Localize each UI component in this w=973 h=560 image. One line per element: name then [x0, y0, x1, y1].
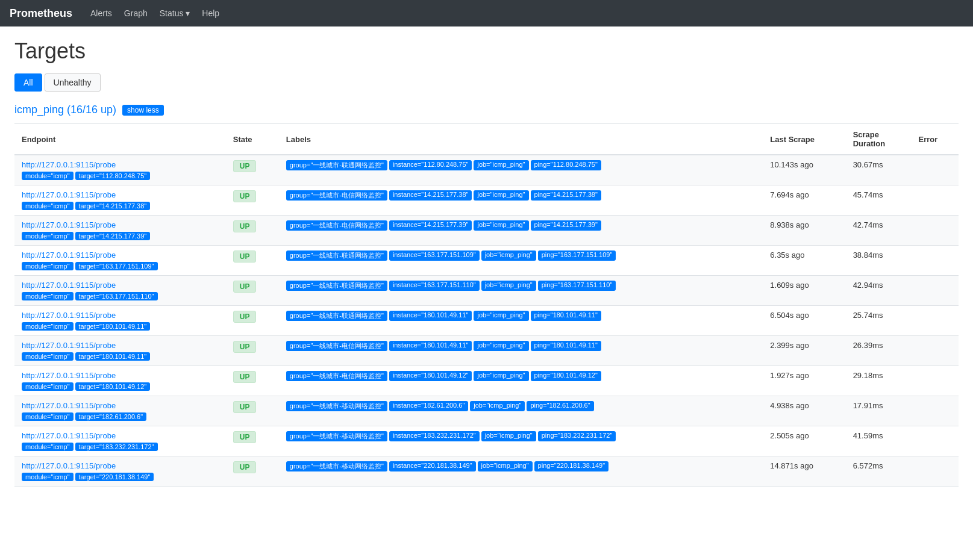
label-tag: group="一线城市-移动网络监控"	[286, 461, 387, 471]
state-cell: UP	[226, 276, 279, 306]
label-tag: ping="183.232.231.172"	[538, 431, 616, 441]
labels-tags: group="一线城市-联通网络监控"instance="180.101.49.…	[286, 311, 756, 321]
endpoint-tag: module="icmp"	[22, 382, 74, 391]
state-cell: UP	[226, 246, 279, 276]
nav-status-dropdown[interactable]: Status ▾	[154, 0, 196, 26]
endpoint-tag: module="icmp"	[22, 232, 74, 240]
endpoint-tag: target="220.181.38.149"	[75, 473, 154, 481]
label-tag: job="icmp_ping"	[474, 190, 528, 201]
col-state: State	[226, 124, 279, 155]
nav-help[interactable]: Help	[196, 0, 225, 26]
state-badge: UP	[233, 281, 257, 293]
labels-tags: group="一线城市-移动网络监控"instance="220.181.38.…	[286, 461, 756, 471]
table-row: http://127.0.0.1:9115/probemodule="icmp"…	[14, 456, 959, 487]
table-row: http://127.0.0.1:9115/probemodule="icmp"…	[14, 155, 959, 185]
last-scrape-cell: 1.609s ago	[763, 276, 845, 306]
label-tag: instance="220.181.38.149"	[389, 461, 476, 471]
col-error: Error	[912, 124, 959, 155]
endpoint-tag: target="14.215.177.38"	[75, 202, 151, 210]
endpoint-tags: module="icmp"target="112.80.248.75"	[22, 172, 219, 180]
label-tag: job="icmp_ping"	[474, 371, 528, 381]
endpoint-link[interactable]: http://127.0.0.1:9115/probe	[22, 220, 219, 229]
error-cell	[912, 426, 959, 456]
col-labels: Labels	[279, 124, 763, 155]
col-scrape-duration: ScrapeDuration	[846, 124, 912, 155]
state-cell: UP	[226, 456, 279, 487]
endpoint-link[interactable]: http://127.0.0.1:9115/probe	[22, 281, 219, 290]
scrape-duration-cell: 38.84ms	[846, 246, 912, 276]
endpoint-tags: module="icmp"target="180.101.49.12"	[22, 382, 219, 391]
state-badge: UP	[233, 401, 257, 413]
scrape-duration-cell: 42.74ms	[846, 216, 912, 246]
endpoint-tag: target="14.215.177.39"	[75, 232, 151, 240]
table-row: http://127.0.0.1:9115/probemodule="icmp"…	[14, 216, 959, 246]
label-tag: job="icmp_ping"	[481, 250, 536, 261]
state-cell: UP	[226, 306, 279, 336]
label-tag: group="一线城市-电信网络监控"	[286, 371, 387, 381]
endpoint-tag: target="112.80.248.75"	[75, 172, 151, 180]
endpoint-tags: module="icmp"target="220.181.38.149"	[22, 473, 219, 481]
endpoint-tag: target="180.101.49.11"	[75, 352, 151, 361]
last-scrape-cell: 1.927s ago	[763, 366, 845, 396]
endpoint-link[interactable]: http://127.0.0.1:9115/probe	[22, 341, 219, 350]
last-scrape-cell: 6.504s ago	[763, 306, 845, 336]
endpoint-link[interactable]: http://127.0.0.1:9115/probe	[22, 190, 219, 199]
labels-cell: group="一线城市-联通网络监控"instance="112.80.248.…	[279, 155, 763, 185]
endpoint-tag: module="icmp"	[22, 202, 74, 210]
error-cell	[912, 336, 959, 366]
endpoint-link[interactable]: http://127.0.0.1:9115/probe	[22, 461, 219, 470]
filter-all-button[interactable]: All	[14, 73, 42, 92]
section-title: icmp_ping (16/16 up)	[14, 104, 116, 116]
label-tag: group="一线城市-移动网络监控"	[286, 431, 387, 441]
table-row: http://127.0.0.1:9115/probemodule="icmp"…	[14, 306, 959, 336]
last-scrape-cell: 2.399s ago	[763, 336, 845, 366]
labels-cell: group="一线城市-电信网络监控"instance="180.101.49.…	[279, 366, 763, 396]
label-tag: ping="180.101.49.11"	[531, 341, 601, 351]
endpoint-cell: http://127.0.0.1:9115/probemodule="icmp"…	[14, 185, 226, 216]
filter-buttons: All Unhealthy	[14, 73, 959, 92]
navbar-brand[interactable]: Prometheus	[10, 7, 72, 20]
endpoint-cell: http://127.0.0.1:9115/probemodule="icmp"…	[14, 456, 226, 487]
table-header-row: Endpoint State Labels Last Scrape Scrape…	[14, 124, 959, 155]
endpoint-cell: http://127.0.0.1:9115/probemodule="icmp"…	[14, 426, 226, 456]
endpoint-tags: module="icmp"target="180.101.49.11"	[22, 322, 219, 331]
endpoint-tags: module="icmp"target="163.177.151.110"	[22, 292, 219, 300]
page-content: Targets All Unhealthy icmp_ping (16/16 u…	[0, 26, 973, 499]
label-tag: group="一线城市-移动网络监控"	[286, 401, 387, 411]
state-cell: UP	[226, 426, 279, 456]
endpoint-link[interactable]: http://127.0.0.1:9115/probe	[22, 160, 219, 169]
label-tag: group="一线城市-联通网络监控"	[286, 160, 387, 170]
scrape-duration-cell: 30.67ms	[846, 155, 912, 185]
labels-cell: group="一线城市-移动网络监控"instance="220.181.38.…	[279, 456, 763, 487]
label-tag: instance="183.232.231.172"	[389, 431, 480, 441]
state-badge: UP	[233, 220, 257, 232]
page-title: Targets	[14, 39, 959, 64]
label-tag: ping="163.177.151.109"	[538, 250, 616, 261]
labels-cell: group="一线城市-联通网络监控"instance="163.177.151…	[279, 276, 763, 306]
nav-alerts[interactable]: Alerts	[84, 0, 118, 26]
col-last-scrape: Last Scrape	[763, 124, 845, 155]
table-row: http://127.0.0.1:9115/probemodule="icmp"…	[14, 185, 959, 216]
endpoint-link[interactable]: http://127.0.0.1:9115/probe	[22, 431, 219, 440]
endpoint-tag: module="icmp"	[22, 262, 74, 270]
label-tag: job="icmp_ping"	[474, 220, 528, 231]
endpoint-link[interactable]: http://127.0.0.1:9115/probe	[22, 311, 219, 320]
endpoint-link[interactable]: http://127.0.0.1:9115/probe	[22, 371, 219, 380]
label-tag: group="一线城市-电信网络监控"	[286, 341, 387, 351]
nav-graph[interactable]: Graph	[118, 0, 154, 26]
labels-cell: group="一线城市-联通网络监控"instance="163.177.151…	[279, 246, 763, 276]
endpoint-tag: target="183.232.231.172"	[75, 443, 158, 451]
labels-cell: group="一线城市-联通网络监控"instance="180.101.49.…	[279, 306, 763, 336]
show-less-button[interactable]: show less	[122, 105, 164, 116]
endpoint-tags: module="icmp"target="183.232.231.172"	[22, 443, 219, 451]
label-tag: job="icmp_ping"	[474, 341, 528, 351]
label-tag: group="一线城市-电信网络监控"	[286, 190, 387, 201]
endpoint-tag: target="163.177.151.109"	[75, 262, 158, 270]
label-tag: ping="112.80.248.75"	[531, 160, 601, 170]
label-tag: job="icmp_ping"	[474, 311, 528, 321]
error-cell	[912, 396, 959, 426]
endpoint-link[interactable]: http://127.0.0.1:9115/probe	[22, 250, 219, 260]
filter-unhealthy-button[interactable]: Unhealthy	[45, 73, 101, 92]
endpoint-link[interactable]: http://127.0.0.1:9115/probe	[22, 401, 219, 410]
state-badge: UP	[233, 311, 257, 323]
